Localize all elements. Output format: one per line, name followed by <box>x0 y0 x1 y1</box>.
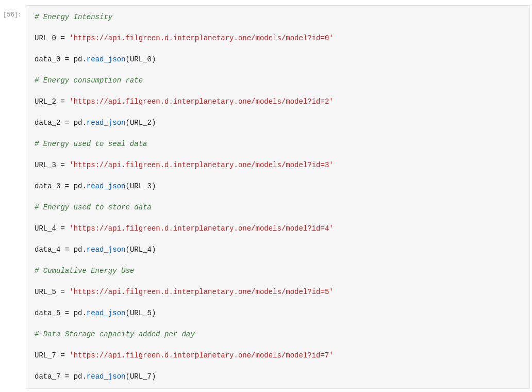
blank-line <box>35 128 521 139</box>
blank-line <box>35 44 521 54</box>
variable: data_4 <box>35 246 60 254</box>
operator: = <box>60 182 73 190</box>
code-line: # Data Storage capacity added per day <box>35 329 521 340</box>
variable: URL_4 <box>35 224 56 233</box>
operator: = <box>60 246 73 254</box>
variable: data_0 <box>35 55 60 63</box>
code-line: URL_4 = 'https://api.filgreen.d.interpla… <box>35 223 521 234</box>
module: pd <box>74 309 82 317</box>
operator: = <box>56 34 69 42</box>
method: read_json <box>87 246 126 254</box>
dot: . <box>82 119 86 127</box>
module: pd <box>74 372 82 381</box>
code-line: data_3 = pd.read_json(URL_3) <box>35 181 521 192</box>
variable: data_3 <box>35 182 60 190</box>
operator: = <box>56 97 69 106</box>
blank-line <box>35 255 521 266</box>
code-line: data_7 = pd.read_json(URL_7) <box>35 371 521 382</box>
blank-line <box>35 298 521 308</box>
paren: ( <box>125 246 129 254</box>
paren: ( <box>125 55 129 63</box>
dot: . <box>82 55 86 63</box>
comment: # Cumulative Energy Use <box>35 267 134 275</box>
code-line: URL_0 = 'https://api.filgreen.d.interpla… <box>35 33 521 44</box>
code-line: # Energy used to store data <box>35 202 521 213</box>
argument: URL_2 <box>130 119 152 127</box>
variable: URL_3 <box>35 161 56 169</box>
operator: = <box>56 224 69 233</box>
string-literal: 'https://api.filgreen.d.interplanetary.o… <box>69 288 333 296</box>
code-cell[interactable]: # Energy Intensity URL_0 = 'https://api.… <box>26 5 530 389</box>
string-literal: 'https://api.filgreen.d.interplanetary.o… <box>69 351 333 360</box>
blank-line <box>35 340 521 350</box>
comment: # Energy Intensity <box>35 13 112 21</box>
code-line: data_5 = pd.read_json(URL_5) <box>35 308 521 319</box>
comment: # Energy used to store data <box>35 203 152 211</box>
operator: = <box>60 372 73 381</box>
string-literal: 'https://api.filgreen.d.interplanetary.o… <box>69 97 333 106</box>
argument: URL_3 <box>130 182 152 190</box>
module: pd <box>74 246 82 254</box>
string-literal: 'https://api.filgreen.d.interplanetary.o… <box>69 161 333 169</box>
paren: ( <box>125 309 129 317</box>
comment: # Energy used to seal data <box>35 140 147 148</box>
paren: ( <box>125 372 129 381</box>
blank-line <box>35 150 521 160</box>
blank-line <box>35 361 521 371</box>
string-literal: 'https://api.filgreen.d.interplanetary.o… <box>69 224 333 233</box>
comment: # Energy consumption rate <box>35 76 143 85</box>
paren: ) <box>152 309 156 317</box>
argument: URL_7 <box>130 372 152 381</box>
variable: URL_0 <box>35 34 56 42</box>
paren: ) <box>152 182 156 190</box>
operator: = <box>60 55 73 63</box>
blank-line <box>35 192 521 202</box>
argument: URL_5 <box>130 309 152 317</box>
paren: ) <box>152 372 156 381</box>
code-line: # Energy consumption rate <box>35 75 521 86</box>
variable: URL_5 <box>35 288 56 296</box>
method: read_json <box>87 309 126 317</box>
module: pd <box>74 182 82 190</box>
module: pd <box>74 119 82 127</box>
variable: URL_2 <box>35 97 56 106</box>
paren: ) <box>152 55 156 63</box>
dot: . <box>82 246 86 254</box>
blank-line <box>35 171 521 181</box>
dot: . <box>82 182 86 190</box>
blank-line <box>35 107 521 118</box>
code-line: # Cumulative Energy Use <box>35 266 521 276</box>
code-line: data_2 = pd.read_json(URL_2) <box>35 118 521 128</box>
blank-line <box>35 65 521 75</box>
blank-line <box>35 234 521 244</box>
method: read_json <box>87 55 126 63</box>
method: read_json <box>87 182 126 190</box>
notebook-cell: [56]: # Energy Intensity URL_0 = 'https:… <box>0 0 532 389</box>
code-line: URL_2 = 'https://api.filgreen.d.interpla… <box>35 96 521 107</box>
argument: URL_4 <box>130 246 152 254</box>
operator: = <box>56 161 69 169</box>
code-line: # Energy Intensity <box>35 12 521 23</box>
blank-line <box>35 23 521 33</box>
blank-line <box>35 276 521 287</box>
operator: = <box>60 309 73 317</box>
argument: URL_0 <box>130 55 152 63</box>
paren: ( <box>125 119 129 127</box>
code-line: # Energy used to seal data <box>35 139 521 150</box>
code-line: data_0 = pd.read_json(URL_0) <box>35 54 521 65</box>
method: read_json <box>87 372 126 381</box>
operator: = <box>56 351 69 360</box>
code-line: URL_3 = 'https://api.filgreen.d.interpla… <box>35 160 521 171</box>
variable: data_2 <box>35 119 60 127</box>
operator: = <box>60 119 73 127</box>
module: pd <box>74 55 82 63</box>
paren: ) <box>152 119 156 127</box>
input-prompt: [56]: <box>0 5 26 389</box>
blank-line <box>35 86 521 96</box>
variable: data_7 <box>35 372 60 381</box>
code-line: URL_7 = 'https://api.filgreen.d.interpla… <box>35 350 521 361</box>
method: read_json <box>87 119 126 127</box>
blank-line <box>35 319 521 329</box>
code-line: data_4 = pd.read_json(URL_4) <box>35 244 521 255</box>
dot: . <box>82 372 86 381</box>
